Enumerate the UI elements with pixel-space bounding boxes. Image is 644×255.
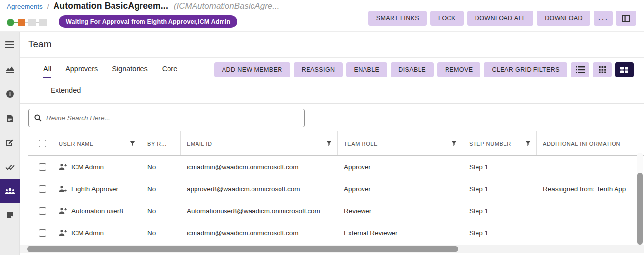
disable-button[interactable]: DISABLE [391, 62, 434, 77]
sidebar-item-compose[interactable] [0, 130, 20, 155]
tab-core[interactable]: Core [162, 65, 177, 78]
table-row[interactable]: Eighth Approver No approver8@waadicm.onm… [28, 178, 644, 200]
person-reassign-icon [59, 185, 67, 192]
search-icon [34, 114, 42, 122]
panel-title: Team [28, 39, 51, 50]
grid-view-icon [599, 66, 606, 73]
sidebar-item-notes[interactable] [0, 203, 20, 227]
refine-search-box [28, 109, 305, 127]
page-subtitle: (ICMAutomationBasicAgre... [174, 1, 279, 11]
row-checkbox[interactable] [39, 185, 46, 193]
email-cell: Automationuser8@waadicm.onmicrosoft.com [181, 207, 338, 215]
step-connector [14, 22, 18, 23]
sidebar-item-analytics[interactable] [0, 57, 20, 81]
status-progress-tracker [7, 19, 47, 26]
row-checkbox[interactable] [39, 207, 46, 215]
column-header-step-number[interactable]: STEP NUMBER [463, 131, 537, 155]
left-sidebar [0, 32, 20, 255]
enable-button[interactable]: ENABLE [346, 62, 388, 77]
user-name-cell: Eighth Approver [53, 185, 141, 193]
grid-header-row: USER NAME BY R... EMAIL ID TEAM ROLE STE… [28, 131, 644, 156]
lock-button[interactable]: LOCK [430, 11, 464, 26]
step-connector [36, 22, 39, 23]
step-number-cell: Step 1 [463, 230, 537, 237]
grid-action-buttons: ADD NEW MEMBER REASSIGN ENABLE DISABLE R… [214, 62, 634, 77]
step-pending-indicator [28, 19, 36, 26]
horizontal-scrollbar-thumb[interactable] [27, 246, 458, 252]
page-title: Automation BasicAgreem... [53, 1, 168, 11]
tab-approvers[interactable]: Approvers [65, 65, 98, 78]
row-checkbox[interactable] [39, 230, 46, 237]
split-panel-button[interactable] [616, 11, 636, 26]
step-pending-indicator [39, 19, 47, 26]
step-number-cell: Step 1 [463, 207, 537, 215]
clear-grid-filters-button[interactable]: CLEAR GRID FILTERS [484, 62, 567, 77]
sidebar-item-approvals[interactable] [0, 155, 20, 179]
additional-info-cell: Reassigned from: Tenth App [537, 185, 644, 193]
user-name-cell: ICM Admin [53, 230, 141, 237]
column-header-user-name[interactable]: USER NAME [53, 131, 141, 155]
breadcrumb: Agreements / Automation BasicAgreem... (… [7, 1, 279, 11]
filter-icon[interactable] [130, 141, 135, 146]
search-input[interactable] [46, 114, 299, 122]
sidebar-item-team[interactable] [0, 179, 20, 203]
table-row[interactable]: ICM Admin No icmadmin@waadicm.onmicrosof… [28, 156, 644, 178]
tab-all[interactable]: All [43, 65, 51, 78]
email-cell: icmadmin@waadicm.onmicrosoft.com [181, 230, 338, 237]
team-tabs: All Approvers Signatories Core [43, 65, 177, 78]
breadcrumb-agreements-link[interactable]: Agreements [7, 3, 43, 10]
team-role-cell: Approver [338, 163, 463, 171]
sidebar-item-menu[interactable] [0, 32, 20, 57]
vertical-scrollbar-thumb[interactable] [637, 173, 643, 245]
person-add-icon [59, 207, 67, 214]
by-r-cell: No [141, 230, 181, 237]
remove-button[interactable]: REMOVE [437, 62, 481, 77]
tab-signatories[interactable]: Signatories [112, 65, 148, 78]
list-view-icon [576, 66, 585, 73]
grid-body: ICM Admin No icmadmin@waadicm.onmicrosof… [28, 156, 644, 244]
divider [20, 57, 644, 58]
by-r-cell: No [141, 163, 181, 171]
sidebar-item-info[interactable] [0, 81, 20, 106]
table-row[interactable]: ICM Admin No icmadmin@waadicm.onmicrosof… [28, 222, 644, 244]
table-row[interactable]: Automation user8 No Automationuser8@waad… [28, 200, 644, 222]
select-all-checkbox[interactable] [39, 140, 46, 147]
add-new-member-button[interactable]: ADD NEW MEMBER [214, 62, 290, 77]
tab-extended[interactable]: Extended [51, 86, 81, 98]
list-view-button[interactable] [571, 62, 589, 77]
analytics-icon [5, 66, 14, 73]
divider [20, 103, 644, 104]
top-bar: Agreements / Automation BasicAgreem... (… [0, 0, 644, 32]
step-number-cell: Step 1 [463, 163, 537, 171]
notes-icon [6, 211, 13, 218]
sidebar-item-documents[interactable] [0, 106, 20, 130]
double-check-icon [5, 164, 15, 170]
smart-links-button[interactable]: SMART LINKS [368, 11, 427, 26]
breadcrumb-separator: / [47, 3, 49, 10]
row-checkbox[interactable] [39, 163, 46, 171]
menu-icon [5, 41, 14, 48]
step-connector [25, 22, 28, 23]
filter-icon[interactable] [326, 141, 332, 146]
grid-view-button[interactable] [593, 62, 612, 77]
filter-icon[interactable] [525, 141, 531, 146]
column-header-by-r[interactable]: BY R... [141, 131, 181, 155]
filter-icon[interactable] [451, 141, 457, 146]
more-options-button[interactable]: ··· [594, 11, 613, 26]
status-badge: Waiting For Approval from Eighth Approve… [59, 15, 237, 28]
download-all-button[interactable]: DOWNLOAD ALL [467, 11, 533, 26]
reassign-button[interactable]: REASSIGN [294, 62, 343, 77]
team-role-cell: Approver [338, 185, 463, 193]
team-icon [5, 188, 15, 195]
column-header-email-id[interactable]: EMAIL ID [181, 131, 338, 155]
select-all-cell [28, 131, 53, 155]
email-cell: approver8@waadicm.onmicrosoft.com [181, 185, 338, 193]
column-header-additional-information[interactable]: ADDITIONAL INFORMATION [537, 131, 644, 155]
team-role-cell: Reviewer [338, 207, 463, 215]
topbar-actions: SMART LINKS LOCK DOWNLOAD ALL DOWNLOAD ·… [368, 11, 636, 26]
person-add-icon [59, 230, 67, 236]
download-button[interactable]: DOWNLOAD [537, 11, 590, 26]
column-header-team-role[interactable]: TEAM ROLE [338, 131, 463, 155]
by-r-cell: No [141, 207, 181, 215]
card-view-button[interactable] [615, 62, 634, 77]
